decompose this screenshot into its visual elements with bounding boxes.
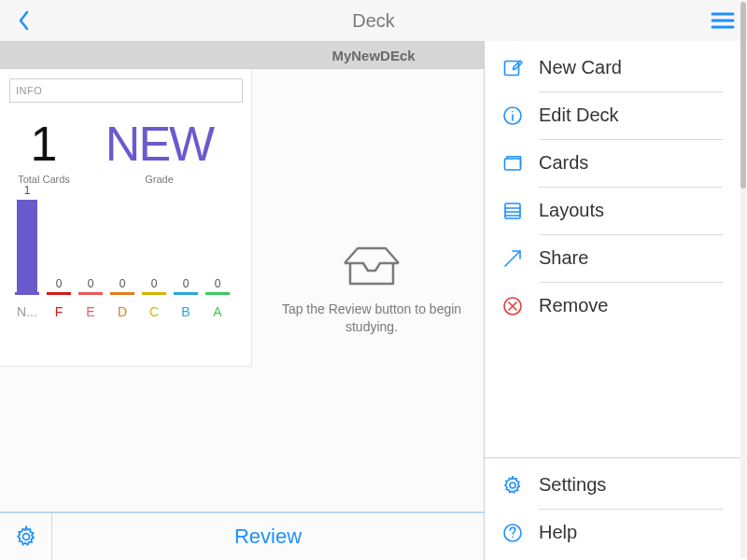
review-button[interactable]: Review — [52, 513, 484, 560]
remove-icon — [501, 295, 539, 317]
chart-bar: 1N... — [11, 184, 43, 319]
stat-total-value: 1 — [11, 119, 77, 168]
stats-row: 1 Total Cards NEW Grade — [9, 119, 242, 185]
info-pane: INFO 1 Total Cards NEW Grade 1N...0F0E0D… — [0, 69, 252, 367]
stat-grade-value: NEW — [77, 119, 242, 168]
chart-bar: 0E — [75, 277, 106, 319]
chart-bar-base — [110, 292, 134, 295]
layouts-icon — [501, 200, 539, 222]
grade-chart: 1N...0F0E0D0C0B0A — [9, 207, 242, 347]
menu-item-label: Edit Deck — [539, 105, 747, 128]
menu-item-cards[interactable]: Cards — [485, 140, 747, 187]
page-scrollbar-thumb[interactable] — [740, 2, 746, 189]
chart-bar-label: B — [181, 304, 190, 319]
chart-bar-base — [174, 292, 198, 295]
chevron-left-icon — [17, 9, 32, 32]
share-icon — [501, 247, 539, 270]
chart-bar-fill — [17, 200, 37, 293]
chart-bar: 0F — [43, 277, 75, 319]
menu-item-label: Cards — [539, 152, 747, 175]
bottom-toolbar: Review — [0, 511, 484, 560]
chart-bar-label: D — [118, 304, 127, 319]
chart-bar-value: 0 — [120, 277, 126, 290]
info-icon — [501, 105, 539, 127]
toolbar-settings-button[interactable] — [0, 513, 52, 560]
info-box[interactable]: INFO — [9, 78, 243, 103]
chart-bar: 0D — [106, 277, 138, 319]
study-hint: Tap the Review button to begin studying. — [271, 301, 472, 336]
chart-bar-value: 0 — [56, 277, 63, 290]
inbox-icon — [343, 245, 401, 287]
svg-point-16 — [510, 483, 515, 488]
menu-item-label: Settings — [539, 474, 747, 497]
svg-point-18 — [512, 537, 514, 539]
center-pane: Tap the Review button to begin studying. — [260, 69, 484, 511]
menu-item-layouts[interactable]: Layouts — [485, 188, 747, 234]
chart-bar-label: N... — [17, 304, 37, 319]
svg-point-3 — [22, 534, 29, 540]
settings-icon — [501, 474, 539, 497]
chart-bar-label: C — [149, 304, 159, 319]
menu-item-label: Share — [539, 247, 747, 271]
svg-point-7 — [512, 111, 514, 113]
back-button[interactable] — [7, 0, 41, 41]
chart-bar-value: 1 — [24, 184, 31, 197]
hamburger-icon — [711, 11, 735, 30]
cards-icon — [501, 152, 539, 175]
menu-item-label: Remove — [539, 295, 747, 318]
navbar: Deck — [0, 0, 747, 41]
chart-bar-base — [78, 292, 103, 295]
menu-item-label: New Card — [539, 57, 747, 80]
chart-bar-value: 0 — [215, 277, 221, 290]
page-title: Deck — [352, 10, 395, 32]
chart-bar-base — [15, 292, 39, 295]
menu-item-help[interactable]: Help — [485, 510, 747, 556]
menu-item-share[interactable]: Share — [485, 235, 747, 282]
menu-item-label: Help — [539, 522, 747, 545]
compose-icon — [501, 57, 539, 79]
side-menu: New CardEdit DeckCardsLayoutsShareRemove… — [484, 41, 747, 560]
main-body: INFO 1 Total Cards NEW Grade 1N...0F0E0D… — [0, 69, 484, 560]
chart-bar: 0C — [138, 277, 170, 319]
menu-item-remove[interactable]: Remove — [485, 283, 747, 329]
menu-button[interactable] — [706, 0, 740, 41]
chart-bar-value: 0 — [88, 277, 94, 290]
chart-bar-value: 0 — [183, 277, 190, 290]
stat-grade-label: Grade — [77, 174, 242, 185]
help-icon — [501, 522, 539, 544]
stat-grade: NEW Grade — [77, 119, 242, 185]
menu-item-label: Layouts — [539, 200, 747, 223]
chart-bar-base — [205, 292, 230, 295]
menu-item-edit-deck[interactable]: Edit Deck — [485, 92, 747, 139]
info-label: INFO — [16, 85, 42, 96]
chart-bar-label: A — [213, 304, 221, 319]
chart-bar-base — [142, 292, 166, 295]
menu-item-new-card[interactable]: New Card — [485, 45, 747, 91]
chart-bar-value: 0 — [151, 277, 158, 290]
chart-bar-label: E — [86, 304, 94, 319]
chart-bar: 0A — [202, 277, 233, 319]
stat-total: 1 Total Cards — [11, 119, 77, 185]
chart-bar-label: F — [55, 304, 63, 319]
svg-rect-8 — [505, 159, 521, 170]
menu-item-settings[interactable]: Settings — [485, 462, 747, 509]
chart-bar-base — [47, 292, 71, 295]
gear-icon — [14, 525, 38, 549]
chart-bar: 0B — [170, 277, 202, 319]
